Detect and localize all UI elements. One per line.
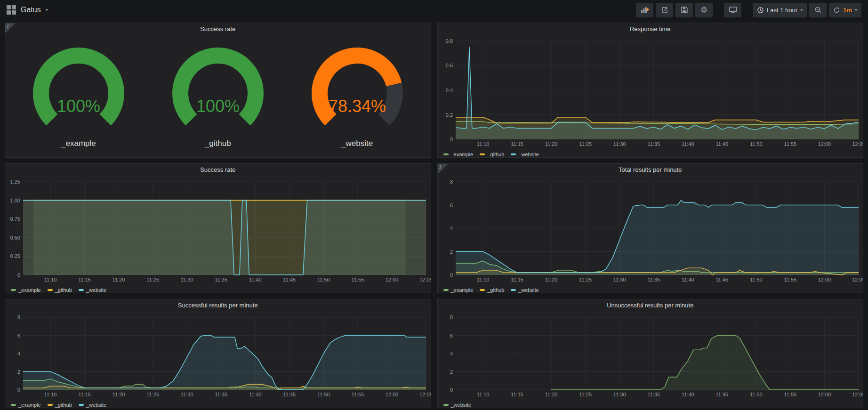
legend-label: _website <box>451 402 471 408</box>
x-axis-label: 11:55 <box>352 392 364 397</box>
x-axis-label: 11:25 <box>579 141 592 147</box>
chart-area[interactable]: 00.20.40.60.811:1011:1511:2011:2511:3011… <box>438 35 863 150</box>
x-axis-label: 11:45 <box>715 392 728 397</box>
chart-area[interactable]: 0246811:1011:1511:2011:2511:3011:3511:40… <box>438 176 863 285</box>
x-axis-label: 11:40 <box>681 141 694 147</box>
panel-success-rate-timeseries: Success rate 00.250.500.751.001.2511:101… <box>5 163 431 293</box>
legend-label: _example <box>451 287 474 293</box>
chart-svg: 0246811:1011:1511:2011:2511:3011:3511:40… <box>438 312 863 398</box>
legend-item-_example[interactable]: _example <box>11 402 41 408</box>
x-axis-label: 12:00 <box>386 277 399 282</box>
y-axis-label: 6 <box>450 333 452 338</box>
panel-unsuccessful-results: Unsuccessful results per minute 0246811:… <box>437 299 864 408</box>
info-corner[interactable]: i <box>438 164 448 174</box>
legend-item-_website[interactable]: _website <box>79 287 106 293</box>
y-axis-label: 0 <box>17 387 20 393</box>
x-axis-label: 11:45 <box>715 141 728 147</box>
x-axis-label: 12:00 <box>386 392 399 397</box>
panel-total-results: i Total results per minute 0246811:1011:… <box>437 163 864 293</box>
refresh-button[interactable]: 1m ▾ <box>829 3 861 17</box>
chart-area[interactable]: 0246811:1011:1511:2011:2511:3011:3511:40… <box>438 312 863 400</box>
legend-marker <box>48 404 53 406</box>
x-axis-label: 11:55 <box>784 277 796 282</box>
legend-item-_website[interactable]: _website <box>511 287 538 293</box>
x-axis-label: 11:10 <box>476 277 489 282</box>
time-range-button[interactable]: Last 1 hour ▾ <box>753 3 807 17</box>
x-axis-label: 12:00 <box>818 277 831 282</box>
x-axis-label: 11:40 <box>249 277 262 282</box>
y-axis-label: 4 <box>17 351 20 356</box>
x-axis-label: 11:30 <box>181 392 193 397</box>
y-axis-label: 4 <box>450 351 452 356</box>
chart-svg: 00.20.40.60.811:1011:1511:2011:2511:3011… <box>438 35 863 148</box>
y-axis-label: 0.4 <box>445 88 452 93</box>
x-axis-label: 11:40 <box>681 392 694 397</box>
x-axis-label: 11:30 <box>613 277 626 282</box>
dashboard-title: Gatus <box>21 6 41 14</box>
legend-marker <box>79 404 84 406</box>
legend-label: _github <box>55 287 72 293</box>
add-panel-button[interactable] <box>636 3 653 17</box>
clock-icon <box>757 7 764 14</box>
y-axis-label: 0.25 <box>10 253 20 259</box>
apps-grid-icon <box>7 5 16 15</box>
y-axis-label: 0.8 <box>445 38 452 44</box>
chart-area[interactable]: 0246811:1011:1511:2011:2511:3011:3511:40… <box>5 312 431 400</box>
x-axis-label: 11:20 <box>545 392 557 397</box>
panel-title[interactable]: Successful results per minute <box>5 299 431 312</box>
legend-item-_github[interactable]: _github <box>48 287 72 293</box>
legend-label: _example <box>451 152 474 157</box>
legend-item-_website[interactable]: _website <box>511 152 538 157</box>
x-axis-label: 11:30 <box>613 392 626 397</box>
x-axis-label: 11:15 <box>511 392 523 397</box>
tv-mode-button[interactable] <box>724 3 741 17</box>
x-axis-label: 11:35 <box>647 141 660 147</box>
legend-item-_github[interactable]: _github <box>480 287 504 293</box>
add-panel-icon <box>641 6 649 14</box>
panel-title[interactable]: Unsuccessful results per minute <box>438 299 863 312</box>
legend-marker <box>443 404 449 406</box>
x-axis-label: 11:35 <box>215 277 227 282</box>
info-corner[interactable]: i <box>5 23 16 33</box>
info-icon: i <box>7 24 8 30</box>
legend-label: _example <box>18 402 41 408</box>
legend-item-_github[interactable]: _github <box>480 152 504 157</box>
x-axis-label: 12:00 <box>818 392 831 397</box>
save-button[interactable] <box>675 3 693 17</box>
chart-svg: 0246811:1011:1511:2011:2511:3011:3511:40… <box>438 176 863 283</box>
x-axis-label: 11:10 <box>476 392 489 397</box>
gauge-value-text: 100% <box>57 96 100 116</box>
gear-icon: ⚙ <box>700 5 707 15</box>
share-button[interactable] <box>656 3 673 17</box>
x-axis-label: 11:30 <box>613 141 626 147</box>
panel-title[interactable]: Total results per minute <box>438 164 863 176</box>
legend-item-_website[interactable]: _website <box>79 402 106 408</box>
panel-title[interactable]: Response time <box>438 23 863 35</box>
legend-item-_example[interactable]: _example <box>11 287 41 293</box>
legend-item-_example[interactable]: _example <box>443 152 474 157</box>
x-axis-label: 11:20 <box>545 277 557 282</box>
y-axis-label: 2 <box>450 369 452 375</box>
legend-marker <box>79 289 84 291</box>
legend-marker <box>11 404 16 406</box>
legend-label: _website <box>518 152 538 157</box>
zoom-out-button[interactable] <box>809 3 827 17</box>
legend-item-_example[interactable]: _example <box>443 287 474 293</box>
series-fill-_website <box>551 336 859 390</box>
legend-item-_website[interactable]: _website <box>443 402 471 408</box>
series-fill-_website <box>23 336 426 390</box>
share-icon <box>661 6 668 14</box>
dashboard-grid: i Success rate 100%_example100%_github78… <box>0 20 868 408</box>
x-axis-label: 12:05 <box>419 392 431 397</box>
settings-button[interactable]: ⚙ <box>695 3 713 17</box>
legend-marker <box>443 153 449 155</box>
panel-title[interactable]: Success rate <box>5 23 431 35</box>
chart-area[interactable]: 00.250.500.751.001.2511:1011:1511:2011:2… <box>5 176 431 285</box>
dashboard-picker[interactable]: Gatus ▾ <box>7 5 48 15</box>
y-axis-label: 6 <box>450 202 452 208</box>
panel-title[interactable]: Success rate <box>5 164 431 176</box>
legend-item-_github[interactable]: _github <box>48 402 72 408</box>
y-axis-label: 2 <box>17 369 20 375</box>
x-axis-label: 12:05 <box>852 277 863 282</box>
x-axis-label: 11:55 <box>784 392 796 397</box>
